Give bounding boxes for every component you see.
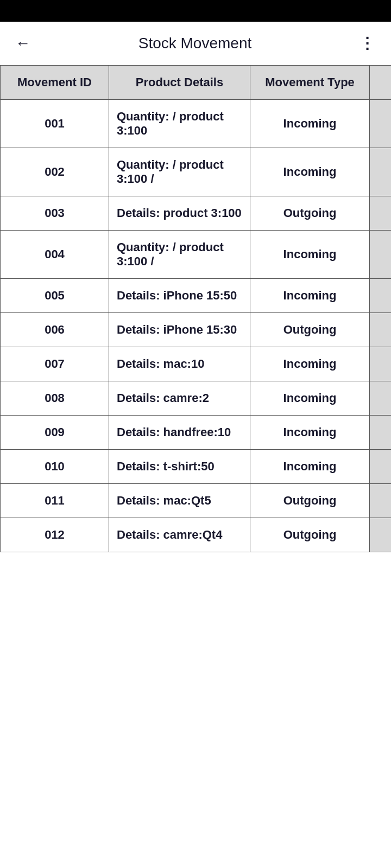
extra-cell [370,231,392,279]
table-row: 009Details: handfree:10Incoming [1,416,392,450]
product-details-cell: Details: mac:Qt5 [109,484,250,518]
movement-id-cell: 011 [1,484,109,518]
stock-movement-table-container: Movement ID Product Details Movement Typ… [0,65,391,552]
table-row: 001Quantity: / product 3:100Incoming [1,100,392,148]
product-details-cell: Quantity: / product 3:100 / [109,231,250,279]
movement-type-cell: Incoming [250,347,370,381]
product-details-cell: Details: iPhone 15:30 [109,313,250,347]
extra-cell [370,148,392,196]
product-details-cell: Details: camre:Qt4 [109,518,250,552]
movement-type-cell: Incoming [250,450,370,484]
col-header-product-details: Product Details [109,66,250,100]
movement-id-cell: 001 [1,100,109,148]
table-row: 004Quantity: / product 3:100 /Incoming [1,231,392,279]
movement-type-cell: Outgoing [250,196,370,231]
table-row: 010Details: t-shirt:50Incoming [1,450,392,484]
extra-cell [370,484,392,518]
table-row: 007Details: mac:10Incoming [1,347,392,381]
back-button[interactable]: ← [11,30,35,56]
movement-type-cell: Incoming [250,100,370,148]
menu-button[interactable]: ⋮ [355,30,380,56]
movement-id-cell: 006 [1,313,109,347]
col-header-movement-id: Movement ID [1,66,109,100]
movement-id-cell: 002 [1,148,109,196]
table-header-row: Movement ID Product Details Movement Typ… [1,66,392,100]
table-row: 008Details: camre:2Incoming [1,381,392,416]
extra-cell [370,416,392,450]
product-details-cell: Quantity: / product 3:100 / [109,148,250,196]
app-header: ← Stock Movement ⋮ [0,22,391,65]
movement-id-cell: 010 [1,450,109,484]
product-details-cell: Details: iPhone 15:50 [109,279,250,313]
product-details-cell: Details: product 3:100 [109,196,250,231]
movement-id-cell: 007 [1,347,109,381]
table-row: 005Details: iPhone 15:50Incoming [1,279,392,313]
table-row: 002Quantity: / product 3:100 /Incoming [1,148,392,196]
status-bar [0,0,391,22]
movement-type-cell: Outgoing [250,518,370,552]
movement-id-cell: 008 [1,381,109,416]
movement-id-cell: 009 [1,416,109,450]
product-details-cell: Quantity: / product 3:100 [109,100,250,148]
col-header-extra [370,66,392,100]
movement-id-cell: 003 [1,196,109,231]
stock-movement-table: Movement ID Product Details Movement Typ… [0,65,391,552]
table-row: 012Details: camre:Qt4Outgoing [1,518,392,552]
table-row: 011Details: mac:Qt5Outgoing [1,484,392,518]
extra-cell [370,313,392,347]
movement-type-cell: Incoming [250,279,370,313]
extra-cell [370,279,392,313]
table-row: 003Details: product 3:100Outgoing [1,196,392,231]
col-header-movement-type: Movement Type [250,66,370,100]
extra-cell [370,347,392,381]
table-row: 006Details: iPhone 15:30Outgoing [1,313,392,347]
product-details-cell: Details: t-shirt:50 [109,450,250,484]
extra-cell [370,100,392,148]
movement-id-cell: 004 [1,231,109,279]
movement-type-cell: Incoming [250,231,370,279]
product-details-cell: Details: camre:2 [109,381,250,416]
product-details-cell: Details: handfree:10 [109,416,250,450]
movement-type-cell: Outgoing [250,313,370,347]
movement-type-cell: Incoming [250,381,370,416]
movement-type-cell: Incoming [250,148,370,196]
movement-type-cell: Outgoing [250,484,370,518]
extra-cell [370,196,392,231]
movement-type-cell: Incoming [250,416,370,450]
movement-id-cell: 012 [1,518,109,552]
extra-cell [370,450,392,484]
extra-cell [370,381,392,416]
product-details-cell: Details: mac:10 [109,347,250,381]
extra-cell [370,518,392,552]
movement-id-cell: 005 [1,279,109,313]
page-title: Stock Movement [46,35,344,52]
